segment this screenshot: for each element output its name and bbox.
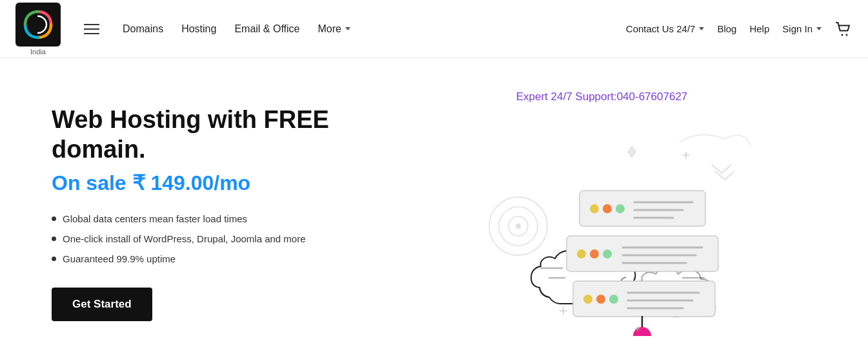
svg-point-32: [596, 295, 605, 304]
svg-point-31: [583, 295, 592, 304]
main-content: Web Hosting with FREE domain. On sale ₹ …: [0, 58, 868, 347]
bullet-icon-3: [52, 257, 56, 261]
svg-point-26: [603, 249, 612, 258]
svg-point-18: [603, 204, 612, 213]
features-list: Global data centers mean faster load tim…: [52, 213, 374, 264]
logo-wrap[interactable]: India: [15, 3, 61, 56]
get-started-button[interactable]: Get Started: [52, 288, 152, 321]
feature-item-2: One-click install of WordPress, Drupal, …: [52, 233, 374, 244]
nav-link-hosting[interactable]: Hosting: [181, 23, 216, 35]
nav-blog-link[interactable]: Blog: [717, 23, 736, 34]
svg-rect-23: [567, 236, 718, 271]
svg-point-2: [846, 34, 848, 36]
nav-link-more[interactable]: More: [318, 23, 350, 35]
nav-link-domains[interactable]: Domains: [123, 23, 163, 35]
svg-point-19: [616, 204, 625, 213]
svg-point-1: [842, 34, 843, 36]
nav-link-email-office[interactable]: Email & Office: [234, 23, 299, 35]
contact-chevron-icon: [699, 27, 704, 30]
hamburger-menu[interactable]: [81, 21, 102, 37]
hero-headline: Web Hosting with FREE domain.: [52, 105, 374, 164]
nav-signin-link[interactable]: Sign In: [782, 23, 822, 34]
nav-links: Domains Hosting Email & Office More: [123, 23, 350, 35]
text-section: Web Hosting with FREE domain. On sale ₹ …: [52, 105, 374, 321]
svg-point-25: [590, 249, 599, 258]
hero-sale-price: On sale ₹ 149.00/mo: [52, 171, 374, 195]
bullet-icon-1: [52, 216, 56, 221]
brand-logo-icon: [21, 8, 55, 41]
bullet-icon-2: [52, 237, 56, 241]
logo-box: [15, 3, 61, 47]
nav-contact-link[interactable]: Contact Us 24/7: [626, 23, 705, 34]
navbar: India Domains Hosting Email & Office Mor…: [0, 0, 868, 58]
support-text: Expert 24/7 Support:040-67607627: [516, 90, 688, 103]
feature-item-3: Guaranteed 99.9% uptime: [52, 253, 374, 264]
svg-rect-30: [573, 281, 715, 317]
svg-point-17: [590, 204, 599, 213]
logo-label: India: [30, 48, 46, 56]
signin-chevron-icon: [816, 27, 822, 30]
feature-item-1: Global data centers mean faster load tim…: [52, 213, 374, 224]
cloud-servers-illustration: [454, 116, 751, 336]
more-chevron-icon: [345, 27, 350, 30]
illustration-section: Expert 24/7 Support:040-67607627: [374, 84, 829, 342]
server-illustration: [454, 116, 751, 336]
svg-point-33: [609, 295, 618, 304]
nav-right: Contact Us 24/7 Blog Help Sign In: [626, 20, 853, 38]
svg-point-24: [577, 249, 586, 258]
svg-point-6: [516, 224, 521, 229]
nav-help-link[interactable]: Help: [749, 23, 769, 34]
cart-icon[interactable]: [834, 20, 853, 38]
nav-left: India Domains Hosting Email & Office Mor…: [15, 3, 350, 56]
svg-point-38: [633, 327, 651, 336]
